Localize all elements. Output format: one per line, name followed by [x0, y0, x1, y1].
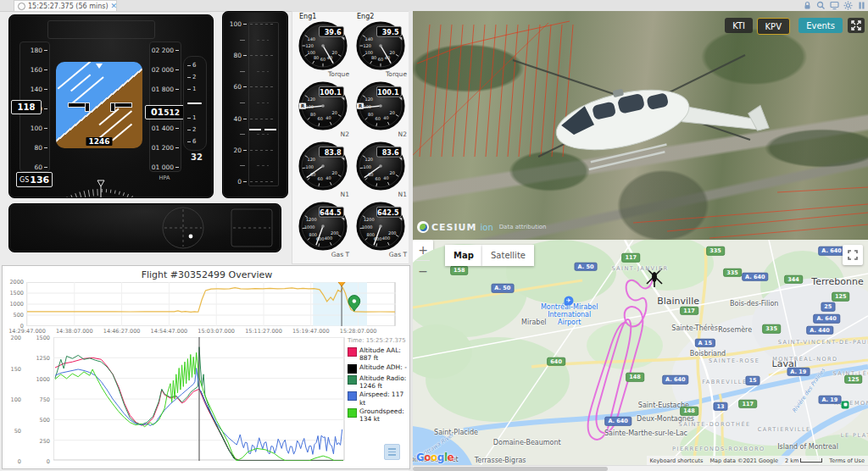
- zoom-out-button[interactable]: −: [413, 261, 433, 281]
- kti-button[interactable]: KTI: [725, 18, 753, 33]
- keyboard-shortcuts-link[interactable]: Keyboard shortcuts: [650, 457, 704, 464]
- compass-rose: 3435012345: [9, 157, 213, 197]
- svg-text:200: 200: [388, 230, 396, 236]
- cesium-attribution[interactable]: CESIUM ion Data attribution: [417, 221, 547, 233]
- cesium-logo-text: CESIUM: [431, 222, 476, 233]
- eng1-header: Eng1: [299, 13, 316, 20]
- speed-axis-label: 150: [4, 366, 21, 373]
- route-badge: A. 440: [806, 326, 832, 335]
- helicopter-3d-model: [413, 11, 868, 240]
- route-badge: 117: [738, 399, 757, 408]
- kpv-button[interactable]: KPV: [757, 18, 790, 35]
- terms-link[interactable]: Terms of Use: [829, 457, 865, 464]
- gauge-column: [248, 22, 279, 186]
- svg-text:120: 120: [363, 43, 370, 48]
- svg-text:1200: 1200: [364, 217, 375, 222]
- svg-text:60: 60: [376, 176, 381, 181]
- close-icon[interactable]: ✕: [111, 3, 118, 10]
- svg-text:100.1: 100.1: [377, 88, 399, 97]
- cesium-3d-view[interactable]: KTI KPV Events CESIUM ion Data attributi…: [413, 11, 868, 240]
- vsi-tick: 6: [187, 138, 196, 145]
- route-badge: A. 50: [575, 263, 598, 272]
- speed-axis-label: 200: [4, 335, 21, 341]
- gauge-tick: 20: [226, 147, 247, 154]
- scrollbar-handle[interactable]: [413, 467, 608, 471]
- map-label: SAINTE-DOROTHÉE: [678, 421, 750, 428]
- aircraft-symbol-left-leg: [85, 103, 90, 112]
- time-tab[interactable]: 15:25:27.375 (56 mins) ✕: [14, 0, 117, 11]
- svg-text:120: 120: [305, 43, 313, 48]
- tape-tick: 160: [31, 66, 47, 74]
- svg-text:400: 400: [382, 236, 390, 241]
- gauge-label: Torque: [328, 70, 349, 78]
- speed-axis-label: 100: [4, 396, 21, 403]
- route-badge: A. 19: [818, 396, 841, 405]
- alt-axis-label: 1250: [28, 355, 50, 362]
- map-label: Saint-Placide: [434, 428, 478, 435]
- google-logo[interactable]: Google: [416, 452, 453, 463]
- map-label: PIERREFONDS-ROXBORO: [672, 446, 765, 452]
- monitor-icon[interactable]: [830, 1, 839, 10]
- route-badge: 335: [723, 269, 742, 278]
- tape-tick: 01 800: [152, 86, 179, 93]
- map-label: MONTRÉAL-NORD: [772, 356, 837, 363]
- x-tick-label: 15:11:27.000: [243, 328, 284, 335]
- map-label: Montréal-MirabelInternationalAirport: [541, 303, 598, 327]
- clock-icon: [18, 3, 25, 10]
- eng2-header: Eng2: [357, 13, 374, 20]
- y-tick-label: 2000: [3, 279, 24, 285]
- horizontal-scrollbar[interactable]: [413, 465, 868, 471]
- route-badge: 344: [784, 274, 803, 284]
- x-tick-label: 14:38:07.000: [54, 328, 95, 335]
- tab-time-label: 15:25:27.375 (56 mins): [28, 3, 108, 10]
- legend-time: Time: 15:25:27.375: [348, 337, 410, 345]
- flight-overview-panel: Flight #30352499 Overview Time: 15:25:27…: [2, 265, 410, 469]
- y-tick-label: 500: [3, 312, 24, 319]
- svg-text:80: 80: [310, 112, 315, 117]
- route-badge: 125: [844, 375, 863, 385]
- airport-icon[interactable]: ✈: [564, 296, 573, 305]
- lock-icon[interactable]: [803, 1, 812, 10]
- legend-item: Airspeed: 117 kt: [348, 391, 410, 407]
- gauge-gas-t: 20040060080010001200644.5Gas T: [296, 202, 350, 254]
- satellite-type-button[interactable]: Satellite: [482, 245, 534, 266]
- nav-instrument-panel: [8, 203, 281, 252]
- route-badge: A. 640: [818, 247, 844, 256]
- pause-icon[interactable]: [857, 1, 866, 10]
- map-scale: 2 km: [785, 457, 822, 464]
- map-label: Domaine-Beaumont: [493, 438, 561, 446]
- svg-text:80: 80: [368, 112, 373, 117]
- svg-text:644.5: 644.5: [320, 208, 342, 217]
- map-type-button[interactable]: Map: [445, 245, 482, 266]
- chart-menu-button[interactable]: [384, 444, 400, 460]
- overview-chart[interactable]: [26, 282, 396, 326]
- gauge-label: N2: [341, 130, 349, 138]
- gauge-torque: 2040608010012014039.6Torque: [296, 21, 350, 74]
- route-badge: A. 50: [491, 284, 514, 293]
- vsi-tick: 2: [187, 126, 196, 133]
- svg-text:120: 120: [308, 157, 315, 162]
- data-attribution-link[interactable]: Data attribution: [499, 224, 547, 230]
- route-badge: 117: [621, 253, 640, 263]
- chart-title: Flight #30352499 Overview: [3, 269, 411, 280]
- fullscreen-icon[interactable]: [848, 18, 865, 33]
- svg-text:100: 100: [363, 164, 370, 169]
- svg-text:60: 60: [318, 116, 323, 121]
- map-fullscreen-icon[interactable]: [843, 245, 863, 265]
- vsi-tick: 1: [187, 86, 196, 92]
- svg-text:100: 100: [305, 164, 313, 169]
- annunciator-box: [47, 20, 155, 39]
- attitude-indicator: 1246: [56, 62, 142, 148]
- events-button[interactable]: Events: [798, 18, 843, 33]
- settings-icon[interactable]: [843, 1, 853, 10]
- svg-text:100.1: 100.1: [320, 88, 342, 97]
- engine-gauge-panel: Eng1 Eng2 2040608010012014039.6Torque204…: [292, 11, 410, 264]
- google-map[interactable]: SAINT-JANVIERBlainvilleSainte-ThérèseRos…: [413, 240, 868, 465]
- map-label: Bois-des-Filion: [730, 300, 778, 308]
- search-icon[interactable]: [816, 1, 826, 10]
- zoom-in-button[interactable]: +: [413, 240, 433, 260]
- route-badge: 158: [450, 266, 469, 275]
- map-zoom-control: + −: [413, 240, 433, 281]
- parameter-chart[interactable]: [53, 337, 345, 461]
- poi-icon[interactable]: [842, 401, 849, 408]
